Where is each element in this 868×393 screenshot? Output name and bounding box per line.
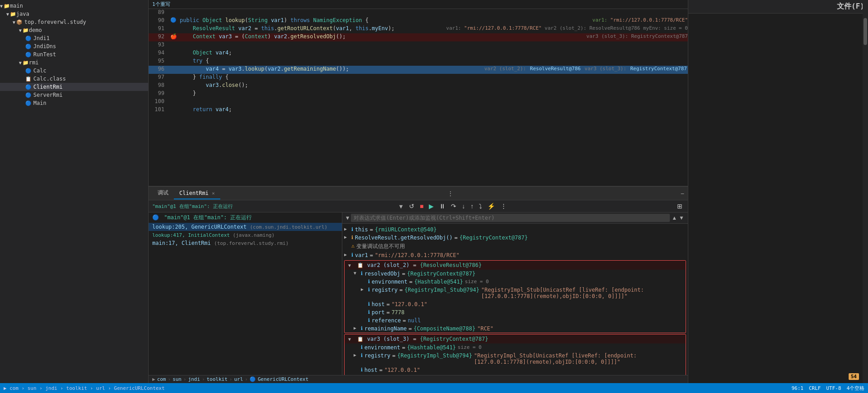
main-layout: ▼ 📁 main ▼ 📁 java ▼ 📦 top.foreverwl.stud… [0,0,868,383]
java-icon-serverrmi: 🔵 [25,92,32,98]
code-line-96: 96 var4 = var3.lookup(var2.getRemainingN… [149,66,688,74]
code-line-90: 90 🔵 public Object lookup(String var1) t… [149,17,688,25]
var3-registry[interactable]: ▶ ℹ registry = {RegistryImpl_Stub@794} "… [345,352,686,366]
orange-badge: 54 [849,373,859,380]
breadcrumb: ▶ com › sun › jndi › toolkit › url › 🔵 G… [149,375,688,383]
java-icon-runtest: 🔵 [25,52,32,58]
btn-layout[interactable]: ⊞ [675,202,684,211]
breadcrumb-url[interactable]: url [234,376,243,382]
breadcrumb-sun[interactable]: sun [173,376,182,382]
filter-icon[interactable]: ▼ [399,203,403,210]
code-line-93: 93 [149,41,688,50]
var-item-resolve[interactable]: ▶ ℹ ResolveResult.getResolvedObj() = {Re… [342,234,688,242]
stack-frame-1[interactable]: lookup:205, GenericURLContext (com.sun.j… [149,223,342,231]
sidebar-item-calc-class[interactable]: 📋 Calc.class [0,75,148,83]
code-line-97: 97 } finally { [149,74,688,82]
breadcrumb-classname[interactable]: GenericURLContext [258,376,309,382]
expand-arrow-java: ▼ [6,12,9,17]
status-position: 96:1 [791,385,804,391]
sidebar-item-jndi1[interactable]: 🔵 Jndi1 [0,34,148,42]
code-line-89: 89 [149,9,688,17]
btn-step-over[interactable]: ↷ [449,202,458,211]
sidebar-label-rmi: rmi [29,59,39,66]
debug-panel-options[interactable]: ⋮ [447,190,454,197]
filter-vars-icon: ▼ [346,215,349,221]
stack-frame-3[interactable]: main:17, ClientRmi (top.foreverwl.study.… [149,239,342,247]
scrollbar-thumb[interactable] [863,18,867,45]
sidebar-item-jndidns[interactable]: 🔵 JndiDns [0,42,148,50]
breadcrumb-jndi[interactable]: jndi [188,376,200,382]
java-icon-main: 🔵 [25,100,32,106]
right-panel: 文件(F) 54 [688,0,868,383]
sidebar-item-rmi[interactable]: ▼ 📁 rmi [0,59,148,67]
vars-toolbar: ▼ ▲ ▼ [342,212,688,224]
breadcrumb-com[interactable]: com [157,376,166,382]
class-icon-calc: 📋 [25,76,32,82]
sidebar-item-package[interactable]: ▼ 📦 top.foreverwl.study [0,18,148,26]
debug-panel-minimize[interactable]: − [681,190,684,197]
editor-area: 1个重写 89 90 🔵 public Object lookup(String… [149,0,688,383]
sidebar-item-calc[interactable]: 🔵 Calc [0,67,148,75]
var2-port[interactable]: ℹ port = 7778 [345,308,686,316]
var3-host[interactable]: ℹ host = "127.0.0.1" [345,366,686,374]
java-icon-jndidns: 🔵 [25,44,32,50]
btn-run-to-cursor[interactable]: ⤵ [477,202,484,211]
sidebar-item-clientrmi[interactable]: 🔵 ClientRmi [0,83,148,91]
btn-restart[interactable]: ↺ [407,202,416,211]
scrollbar-track[interactable] [863,0,868,383]
var2-resolvedobj[interactable]: ▼ ℹ resolvedObj = {RegistryContext@787} [345,270,686,278]
code-line-92: 92 🍎 Context var3 = (Context) var2.getRe… [149,33,688,41]
sidebar-item-main-class[interactable]: 🔵 Main [0,99,148,107]
var2-box: ▼ 📋 var2 (slot_2) = {ResolveResult@786} … [344,260,686,333]
var-item-this[interactable]: ▶ ℹ this = {rmiURLContext@540} [342,226,688,234]
code-line-101: 101 return var4; [149,106,688,114]
code-line-99: 99 } [149,90,688,98]
status-path: ▶ com › sun › jndi › toolkit › url › Gen… [4,385,165,391]
expand-arrow-package: ▼ [13,20,15,25]
btn-step-out[interactable]: ↑ [468,202,475,211]
breadcrumb-toolkit[interactable]: toolkit [207,376,227,382]
right-panel-header: 文件(F) [688,0,868,14]
sidebar-label-calc: Calc [33,68,46,74]
sidebar-item-serverrmi[interactable]: 🔵 ServerRmi [0,91,148,99]
sidebar-item-demo[interactable]: ▼ 📁 demo [0,26,148,34]
status-bar: ▶ com › sun › jndi › toolkit › url › Gen… [0,383,868,393]
btn-resume[interactable]: ▶ [427,202,436,211]
tab-debug[interactable]: 调试 [152,187,174,200]
tab-clientrmi[interactable]: ClientRmi × [174,188,220,199]
expand-arrow-main: ▼ [0,4,3,9]
debug-content: 🔵 "main"@1 在组"main": 正在运行 lookup:205, Ge… [149,212,688,375]
code-line-98: 98 var3.close(); [149,82,688,90]
btn-evaluate[interactable]: ⚡ [486,202,497,211]
btn-step-into[interactable]: ↓ [460,202,467,211]
java-icon-jndi1: 🔵 [25,36,32,41]
var-tree: ▶ ℹ this = {rmiURLContext@540} ▶ ℹ Resol… [342,224,688,375]
scroll-up-btn[interactable]: ▲ [672,215,677,221]
sidebar-item-java[interactable]: ▼ 📁 java [0,10,148,18]
btn-more[interactable]: ⋮ [499,202,509,211]
stack-frame-2[interactable]: lookup:417, InitialContext (javax.naming… [149,231,342,239]
btn-pause[interactable]: ⏸ [437,202,447,211]
var-item-var1[interactable]: ▶ ℹ var1 = "rmi://127.0.0.1:7778/RCE" [342,251,688,259]
var2-reference[interactable]: ℹ reference = null [345,316,686,325]
sidebar-label-jndidns: JndiDns [33,43,56,50]
var3-environment[interactable]: ℹ environment = {Hashtable@541} size = 0 [345,343,686,352]
close-tab-clientrmi[interactable]: × [212,190,215,196]
sidebar-item-main[interactable]: ▼ 📁 main [0,2,148,10]
var2-box-content: ▼ ℹ resolvedObj = {RegistryContext@787} [345,270,686,333]
var2-box-header[interactable]: ▼ 📋 var2 (slot_2) = {ResolveResult@786} [345,261,686,270]
var2-remainingname[interactable]: ▶ ℹ remainingName = {CompositeName@788} … [345,325,686,333]
var2-environment[interactable]: ℹ environment = {Hashtable@541} size = 0 [345,278,686,286]
folder-icon-main: 📁 [4,3,10,9]
var2-registry[interactable]: ▶ ℹ registry = {RegistryImpl_Stub@794} "… [345,286,686,300]
var3-box-header[interactable]: ▼ 📋 var3 (slot_3) = {RegistryContext@787… [345,334,686,343]
vars-input[interactable] [351,214,670,222]
btn-stop[interactable]: ■ [418,202,425,211]
sidebar-label-calc-class: Calc.class [33,76,66,82]
warn-icon: ⚠ [351,243,354,249]
scroll-down-btn[interactable]: ▼ [679,215,684,221]
var3-box-content: ℹ environment = {Hashtable@541} size = 0… [345,343,686,375]
var2-host[interactable]: ℹ host = "127.0.0.1" [345,300,686,308]
debug-status: "main"@1 在组"main": 正在运行 [152,203,233,210]
sidebar-item-runtest[interactable]: 🔵 RunTest [0,50,148,59]
